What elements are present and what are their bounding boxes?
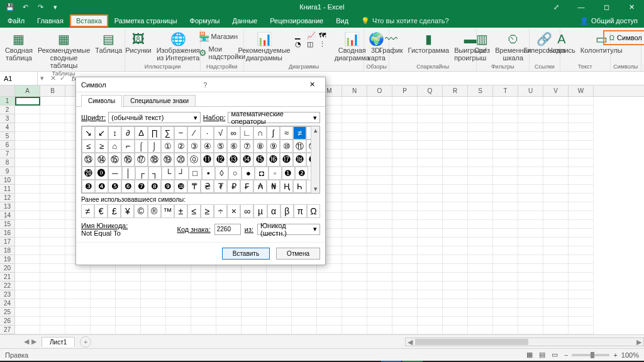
cell[interactable] bbox=[518, 238, 543, 246]
cell[interactable] bbox=[418, 220, 443, 229]
cell[interactable] bbox=[418, 317, 443, 326]
col-header[interactable]: S bbox=[468, 85, 493, 96]
cell[interactable] bbox=[15, 246, 40, 255]
cell[interactable] bbox=[242, 264, 267, 273]
symbol-cell[interactable]: ∕ bbox=[187, 126, 201, 140]
cell[interactable] bbox=[518, 229, 543, 238]
row-header[interactable]: 8 bbox=[0, 158, 15, 167]
cell[interactable] bbox=[518, 141, 543, 150]
cell[interactable] bbox=[518, 246, 543, 255]
cell[interactable] bbox=[15, 317, 40, 326]
row-header[interactable]: 13 bbox=[0, 202, 15, 211]
cell[interactable] bbox=[443, 220, 468, 229]
cell[interactable] bbox=[468, 114, 493, 123]
cell[interactable] bbox=[493, 158, 518, 167]
cell[interactable] bbox=[569, 167, 594, 176]
symbol-cell[interactable]: ❿ bbox=[174, 180, 187, 193]
zoom-level[interactable]: 100% bbox=[621, 351, 639, 359]
cell[interactable] bbox=[569, 264, 594, 273]
recent-symbol-cell[interactable]: β bbox=[280, 204, 294, 218]
recent-symbol-cell[interactable]: ± bbox=[174, 204, 187, 218]
cell[interactable] bbox=[317, 299, 342, 308]
table-button[interactable]: ▤Таблица bbox=[93, 30, 124, 55]
row-header[interactable]: 6 bbox=[0, 141, 15, 150]
symbol-cell[interactable]: ⓿ bbox=[95, 167, 108, 180]
cell[interactable] bbox=[468, 220, 493, 229]
symbol-cell[interactable]: ⑮ bbox=[108, 153, 121, 166]
symbol-cell[interactable]: ₴ bbox=[201, 180, 214, 193]
textbox-button[interactable]: AНадпись bbox=[546, 30, 577, 55]
cell[interactable] bbox=[392, 158, 418, 167]
cell[interactable] bbox=[443, 238, 468, 246]
cell[interactable] bbox=[493, 238, 518, 246]
col-header[interactable]: P bbox=[392, 85, 418, 96]
symbol-cell[interactable]: ⑰ bbox=[135, 153, 148, 166]
cell[interactable] bbox=[493, 176, 518, 185]
cell[interactable] bbox=[40, 176, 65, 185]
cell[interactable] bbox=[443, 308, 468, 317]
cell[interactable] bbox=[543, 211, 569, 220]
cell[interactable] bbox=[418, 282, 443, 290]
cell[interactable] bbox=[367, 326, 392, 334]
code-input[interactable] bbox=[214, 224, 241, 235]
symbol-cell[interactable]: ▪ bbox=[202, 167, 215, 180]
cell[interactable] bbox=[242, 317, 267, 326]
col-header[interactable]: T bbox=[493, 85, 518, 96]
cell[interactable] bbox=[367, 97, 392, 106]
recent-symbol-cell[interactable]: ∞ bbox=[240, 204, 253, 218]
cell[interactable] bbox=[367, 141, 392, 150]
cell[interactable] bbox=[216, 308, 242, 317]
cell[interactable] bbox=[15, 176, 40, 185]
cell[interactable] bbox=[418, 106, 443, 114]
cell[interactable] bbox=[569, 211, 594, 220]
insert-button[interactable]: Вставить bbox=[222, 248, 270, 260]
cell[interactable] bbox=[367, 220, 392, 229]
sheet-next-icon[interactable]: ▶ bbox=[31, 337, 36, 346]
symbol-cell[interactable]: Һ bbox=[293, 180, 306, 193]
tab-symbols[interactable]: Символы bbox=[81, 95, 122, 107]
recent-symbol-cell[interactable]: ® bbox=[148, 204, 161, 218]
cell[interactable] bbox=[569, 255, 594, 264]
symbol-cell[interactable]: ⓭ bbox=[227, 153, 240, 166]
pivot-table-button[interactable]: ▦Сводная таблица bbox=[3, 30, 35, 63]
row-header[interactable]: 7 bbox=[0, 150, 15, 158]
cell[interactable] bbox=[116, 290, 141, 299]
symbol-cell[interactable]: ⑦ bbox=[240, 140, 253, 153]
cell[interactable] bbox=[367, 255, 392, 264]
cell[interactable] bbox=[141, 308, 166, 317]
recent-symbol-cell[interactable]: ¥ bbox=[121, 204, 134, 218]
row-header[interactable]: 14 bbox=[0, 211, 15, 220]
cell[interactable] bbox=[242, 326, 267, 334]
cell[interactable] bbox=[40, 273, 65, 282]
symbol-cell[interactable]: ⑪ bbox=[293, 140, 306, 153]
cell[interactable] bbox=[468, 299, 493, 308]
cell[interactable] bbox=[141, 317, 166, 326]
cell[interactable] bbox=[367, 211, 392, 220]
cell[interactable] bbox=[216, 299, 242, 308]
cell[interactable] bbox=[367, 194, 392, 202]
cell[interactable] bbox=[116, 308, 141, 317]
cell[interactable] bbox=[392, 167, 418, 176]
symbol-cell[interactable]: ⑳ bbox=[174, 153, 187, 166]
cell[interactable] bbox=[518, 255, 543, 264]
cell[interactable] bbox=[267, 282, 292, 290]
scatter-icon[interactable]: ⋮ bbox=[319, 40, 330, 48]
cell[interactable] bbox=[443, 167, 468, 176]
cell[interactable] bbox=[543, 317, 569, 326]
cell[interactable] bbox=[342, 97, 367, 106]
enter-formula-icon[interactable]: ✓ bbox=[60, 74, 65, 82]
symbol-cell[interactable]: ❸ bbox=[82, 180, 95, 193]
cell[interactable] bbox=[65, 273, 91, 282]
cell[interactable] bbox=[40, 194, 65, 202]
cell[interactable] bbox=[342, 273, 367, 282]
cell[interactable] bbox=[569, 299, 594, 308]
cell[interactable] bbox=[15, 123, 40, 132]
cell[interactable] bbox=[367, 158, 392, 167]
cell[interactable] bbox=[91, 273, 116, 282]
cell[interactable] bbox=[418, 114, 443, 123]
cell[interactable] bbox=[15, 299, 40, 308]
cell[interactable] bbox=[15, 238, 40, 246]
recent-symbol-cell[interactable]: ≠ bbox=[81, 204, 94, 218]
symbol-cell[interactable]: ⓯ bbox=[253, 153, 267, 166]
symbol-cell[interactable]: ● bbox=[242, 167, 255, 180]
